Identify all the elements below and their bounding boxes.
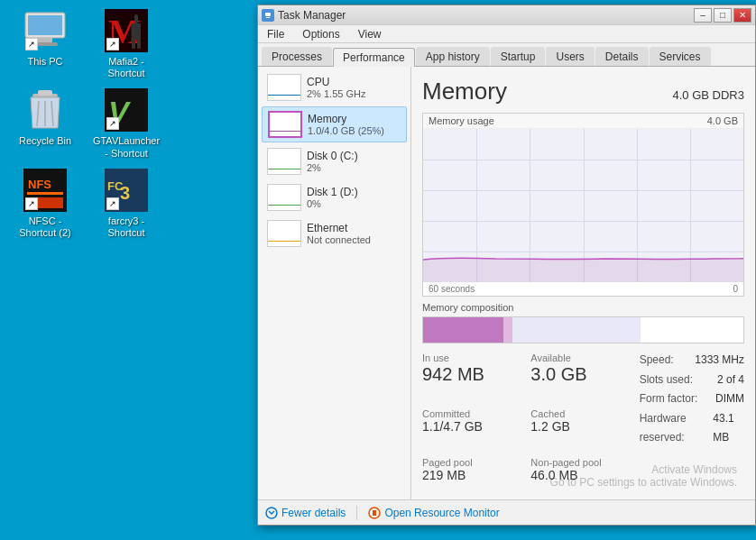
menu-bar: File Options View xyxy=(258,25,755,43)
stat-cached: Cached 1.2 GB xyxy=(530,407,635,448)
mafia2-label: Mafia2 - Shortcut xyxy=(90,56,162,79)
farcry3-image: FC 3 ↗ xyxy=(105,169,148,212)
title-bar-buttons: – □ ✕ xyxy=(694,8,751,23)
disk0-thumbnail xyxy=(267,148,301,175)
sidebar-disk0[interactable]: Disk 0 (C:) 2% xyxy=(262,144,407,178)
comp-modified xyxy=(503,317,513,343)
tab-performance[interactable]: Performance xyxy=(333,48,415,67)
usage-graph-area xyxy=(423,129,743,282)
icon-row-3: NFS ↗ NFSC - Shortcut (2) FC 3 ↗ xyxy=(9,169,162,239)
gtav-icon[interactable]: V ↗ GTAVLauncher - Shortcut xyxy=(90,88,162,159)
disk0-info: Disk 0 (C:) 2% xyxy=(307,150,401,173)
title-bar: Task Manager – □ ✕ xyxy=(258,5,755,25)
memory-info: Memory 1.0/4.0 GB (25%) xyxy=(308,113,401,136)
menu-file[interactable]: File xyxy=(262,26,290,42)
in-use-label: In use xyxy=(422,352,527,363)
memory-panel: Memory 4.0 GB DDR3 Memory usage 4.0 GB xyxy=(411,67,755,499)
cpu-info: CPU 2% 1.55 GHz xyxy=(307,76,401,99)
open-resource-monitor-button[interactable]: Open Resource Monitor xyxy=(368,507,499,519)
this-pc-icon[interactable]: ↗ This PC xyxy=(9,9,81,79)
paged-value: 219 MB xyxy=(422,468,527,483)
svg-rect-6 xyxy=(134,14,138,23)
comp-free xyxy=(641,317,743,343)
minimize-button[interactable]: – xyxy=(694,8,712,23)
svg-rect-19 xyxy=(27,192,63,195)
committed-label: Committed xyxy=(422,408,527,419)
reserved-label: Hardware reserved: xyxy=(640,409,714,448)
desktop: ↗ This PC M ↗ Mafia2 xyxy=(0,0,756,540)
icon-row-2: Recycle Bin V ↗ GTAVLauncher - Shortcut xyxy=(9,88,162,159)
slots-label: Slots used: xyxy=(640,371,693,390)
tab-users[interactable]: Users xyxy=(546,47,594,66)
cached-value: 1.2 GB xyxy=(530,419,635,435)
available-label: Available xyxy=(530,352,635,363)
disk0-value: 2% xyxy=(307,162,401,173)
memory-usage-svg xyxy=(423,129,743,282)
close-button[interactable]: ✕ xyxy=(733,8,751,23)
graph-max-label: 4.0 GB xyxy=(707,115,738,126)
sidebar-ethernet[interactable]: Ethernet Not connected xyxy=(262,216,407,251)
title-text: Task Manager xyxy=(278,9,346,22)
in-use-value: 942 MB xyxy=(422,363,527,385)
nfsc-label: NFSC - Shortcut (2) xyxy=(9,215,81,239)
graph-footer: 60 seconds 0 xyxy=(423,282,743,296)
recycle-bin-label: Recycle Bin xyxy=(19,135,71,147)
svg-rect-2 xyxy=(38,38,52,42)
form-value: DIMM xyxy=(715,389,744,409)
farcry3-icon[interactable]: FC 3 ↗ farcry3 - Shortcut xyxy=(90,169,162,239)
graph-right-label: 0 xyxy=(733,284,738,294)
usage-graph-container: Memory usage 4.0 GB xyxy=(422,113,744,297)
svg-text:NFS: NFS xyxy=(28,178,51,191)
stat-available: Available 3.0 GB xyxy=(530,351,635,399)
menu-view[interactable]: View xyxy=(353,26,387,42)
cpu-thumbnail xyxy=(267,74,301,101)
nfsc-icon[interactable]: NFS ↗ NFSC - Shortcut (2) xyxy=(9,169,81,239)
disk1-thumbnail xyxy=(267,184,301,211)
maximize-button[interactable]: □ xyxy=(714,8,732,23)
resource-monitor-icon xyxy=(368,507,381,519)
tab-startup[interactable]: Startup xyxy=(491,47,546,66)
tab-services[interactable]: Services xyxy=(650,47,711,66)
stat-in-use: In use 942 MB xyxy=(422,351,527,399)
stat-nonpaged: Non-paged pool 46.0 MB xyxy=(530,455,635,485)
disk1-name: Disk 1 (D:) xyxy=(307,186,401,198)
form-row: Form factor: DIMM xyxy=(640,389,744,409)
tab-app-history[interactable]: App history xyxy=(416,47,490,66)
sidebar: CPU 2% 1.55 GHz Memory 1.0/4.0 GB (25%) xyxy=(258,67,411,499)
reserved-value: 43.1 MB xyxy=(713,409,744,448)
ethernet-thumbnail xyxy=(267,220,301,247)
task-manager-window: Task Manager – □ ✕ File Options View Pro… xyxy=(257,5,756,526)
disk1-info: Disk 1 (D:) 0% xyxy=(307,186,401,209)
sidebar-disk1[interactable]: Disk 1 (D:) 0% xyxy=(262,180,407,215)
speed-label: Speed: xyxy=(640,351,674,371)
fewer-details-button[interactable]: Fewer details xyxy=(265,507,346,519)
farcry3-label: farcry3 - Shortcut xyxy=(90,215,162,239)
bottom-bar: Fewer details Open Resource Monitor xyxy=(258,499,755,525)
nonpaged-value: 46.0 MB xyxy=(530,468,635,483)
composition-bar xyxy=(422,316,744,343)
right-stats: Speed: 1333 MHz Slots used: 2 of 4 Form … xyxy=(640,351,744,448)
comp-standby xyxy=(512,317,641,343)
separator xyxy=(356,506,357,520)
ethernet-value: Not connected xyxy=(307,234,401,245)
sidebar-memory[interactable]: Memory 1.0/4.0 GB (25%) xyxy=(262,106,407,142)
title-bar-left: Task Manager xyxy=(262,9,346,22)
comp-in-use xyxy=(423,317,503,343)
graph-usage-label: Memory usage xyxy=(429,115,494,126)
stats-section: In use 942 MB Available 3.0 GB Speed: 13… xyxy=(422,351,744,485)
memory-title: Memory xyxy=(422,78,507,105)
tab-processes[interactable]: Processes xyxy=(262,47,332,66)
memory-thumbnail xyxy=(268,111,302,138)
mafia2-icon[interactable]: M ↗ Mafia2 - Shortcut xyxy=(90,9,162,79)
tab-details[interactable]: Details xyxy=(595,47,649,66)
sidebar-cpu[interactable]: CPU 2% 1.55 GHz xyxy=(262,70,407,105)
ethernet-name: Ethernet xyxy=(307,222,401,234)
available-value: 3.0 GB xyxy=(530,363,635,385)
svg-rect-8 xyxy=(132,40,135,49)
ethernet-info: Ethernet Not connected xyxy=(307,222,401,245)
memory-spec: 4.0 GB DDR3 xyxy=(673,88,744,102)
menu-options[interactable]: Options xyxy=(297,26,345,42)
fewer-details-icon xyxy=(265,507,278,519)
recycle-bin-icon[interactable]: Recycle Bin xyxy=(9,88,81,159)
speed-row: Speed: 1333 MHz xyxy=(640,351,744,371)
